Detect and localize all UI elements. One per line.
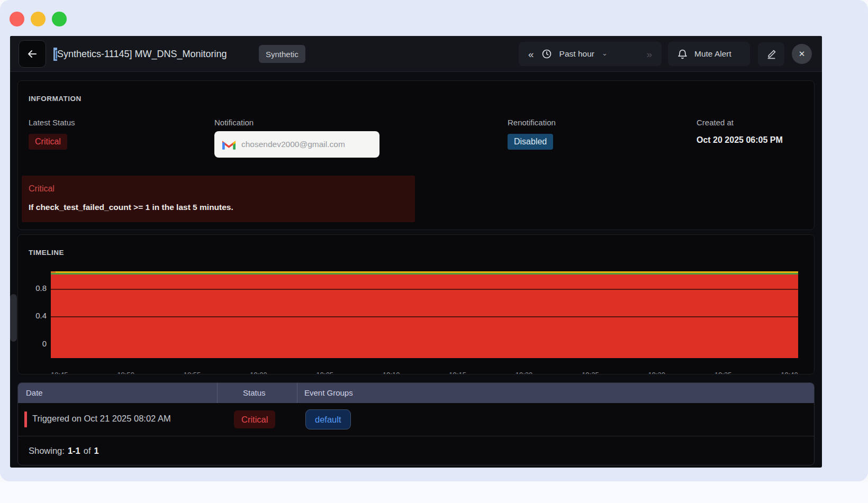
mute-alert-label: Mute Alert [694,49,731,59]
column-separator [217,383,218,403]
title-text: Synthetics-11145] MW_DNS_Monitoring [57,49,227,60]
time-range-label[interactable]: Past hour [559,49,594,59]
x-tick-label: 19:20 [516,371,533,374]
close-icon: ✕ [799,49,806,59]
x-tick-label: 19:30 [648,371,666,374]
monitor-type-badge: Synthetic [259,45,305,63]
table-header: Date Status Event Groups [18,383,814,403]
time-range-control: « Past hour ⌄ » [519,42,662,66]
ytick-0: 0 [25,339,47,348]
table-footer: Showing: 1-1 of 1 [29,436,99,465]
title-selection-caret: [ [53,48,57,61]
app-header: [Synthetics-11145] MW_DNS_Monitoring Syn… [10,36,822,72]
alert-rule-box: Critical If check_test_failed_count >= 1… [22,176,415,222]
notification-label: Notification [214,118,254,127]
created-at-value: Oct 20 2025 06:05 PM [697,135,783,145]
close-window-button[interactable] [10,12,24,26]
showing-of: of [84,446,91,456]
back-button[interactable] [19,40,46,68]
column-separator [297,383,297,403]
renotification-label: Renotification [508,118,556,127]
x-tick-label: 19:25 [582,371,599,374]
x-tick-label: 19:15 [449,371,466,374]
edit-button[interactable] [758,42,784,66]
x-tick-label: 18:55 [184,371,201,374]
table-divider [18,436,814,436]
scrollbar-thumb[interactable] [10,294,17,342]
row-status-badge: Critical [234,410,275,428]
alert-condition: If check_test_failed_count >= 1 in the l… [29,203,233,212]
clock-icon [541,49,552,59]
x-tick-label: 19:35 [715,371,732,374]
column-status: Status [243,388,266,397]
gridline-0.4 [51,316,798,317]
alert-severity: Critical [29,184,55,194]
latest-status-badge: Critical [29,134,67,150]
column-event-groups: Event Groups [304,388,353,397]
row-date: Triggered on Oct 21 2025 08:02 AM [32,414,171,424]
showing-range: 1-1 [68,446,80,456]
time-next-icon[interactable]: » [646,49,652,59]
column-date: Date [26,388,43,397]
timeline-card: TIMELINE 0.8 0.4 0 18:4518:5018:5519:001… [17,234,815,374]
x-tick-label: 19:00 [250,371,267,374]
x-tick-label: 18:50 [117,371,134,374]
bell-icon [677,49,688,60]
mute-alert-button[interactable]: Mute Alert [668,42,750,66]
notification-email: chosendev2000@gmail.com [241,140,345,149]
showing-total: 1 [94,446,99,456]
window-controls [10,12,67,26]
table-row[interactable]: Triggered on Oct 21 2025 08:02 AM Critic… [18,403,814,436]
ytick-0.8: 0.8 [25,283,47,292]
gmail-icon [222,139,236,150]
created-at-label: Created at [697,118,734,127]
events-table-card: Date Status Event Groups Triggered on Oc… [17,382,815,465]
ok-line-series [51,273,798,274]
minimize-window-button[interactable] [31,12,46,26]
close-panel-button[interactable]: ✕ [792,44,812,64]
latest-status-label: Latest Status [29,118,75,127]
time-prev-icon[interactable]: « [528,49,534,59]
x-tick-label: 19:40 [781,371,798,374]
ytick-0.4: 0.4 [25,311,47,320]
x-tick-label: 19:10 [383,371,400,374]
renotification-badge: Disabled [508,134,553,150]
chevron-down-icon[interactable]: ⌄ [602,49,608,57]
alert-detail-window: [Synthetics-11145] MW_DNS_Monitoring Syn… [10,36,822,468]
timeline-section-title: TIMELINE [29,249,64,257]
information-section-title: INFORMATION [29,95,82,103]
timeline-chart[interactable] [51,271,798,358]
left-edge-marker [51,271,56,273]
x-tick-label: 19:05 [317,371,334,374]
x-tick-label: 18:45 [51,371,68,374]
pencil-icon [766,49,777,60]
back-arrow-icon [26,48,39,60]
page-title: [Synthetics-11145] MW_DNS_Monitoring [53,36,227,72]
gridline-0.8 [51,289,798,290]
screenshot-canvas: [Synthetics-11145] MW_DNS_Monitoring Syn… [0,0,868,503]
row-event-group-chip[interactable]: default [305,409,351,429]
x-axis-labels: 18:4518:5018:5519:0019:0519:1019:1519:20… [51,371,798,374]
information-card: INFORMATION Latest Status Notification R… [17,80,815,230]
row-severity-bar [24,411,27,427]
notification-channel: chosendev2000@gmail.com [214,131,379,158]
zoom-window-button[interactable] [52,12,67,26]
showing-label: Showing: [29,446,65,456]
